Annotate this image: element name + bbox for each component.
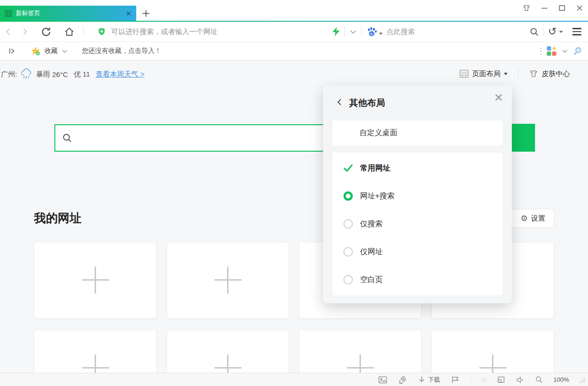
- plus-icon: [479, 354, 507, 373]
- weather-temperature: 26°C: [52, 70, 68, 78]
- custom-desktop-item[interactable]: 自定义桌面: [333, 120, 502, 146]
- rocket-icon[interactable]: [398, 375, 407, 385]
- sidebar-toggle-icon[interactable]: [8, 47, 16, 55]
- screenshot-image-icon[interactable]: [378, 376, 387, 384]
- toolbar-separator: [83, 26, 84, 37]
- skin-shirt-icon: [529, 69, 538, 78]
- resize-grip[interactable]: [579, 377, 585, 383]
- tab-grid-icon: [5, 10, 12, 17]
- find-skin-magnifier-icon[interactable]: [572, 46, 582, 56]
- download-button[interactable]: 下载: [418, 376, 440, 384]
- speaker-icon[interactable]: [516, 376, 525, 384]
- security-shield-icon[interactable]: [97, 27, 106, 36]
- undo-button[interactable]: ↺: [548, 26, 557, 37]
- undo-caret-icon[interactable]: [559, 31, 563, 33]
- bookmarks-empty-hint[interactable]: 您还没有收藏，点击导入！: [82, 47, 161, 55]
- zoom-magnifier-icon[interactable]: [535, 376, 543, 384]
- ie-compat-icon[interactable]: e: [481, 375, 486, 384]
- my-sites-title: 我的网址: [34, 210, 81, 226]
- popup-close-icon[interactable]: ✕: [494, 92, 503, 103]
- skin-center-label: 皮肤中心: [542, 69, 570, 78]
- lightning-icon[interactable]: [332, 27, 340, 36]
- address-bar[interactable]: 可以进行搜索，或者输入一个网址: [97, 22, 218, 42]
- layout-option-search-only[interactable]: 仅搜索: [333, 210, 502, 238]
- plus-icon: [214, 354, 242, 373]
- page-layout-label: 页面布局: [472, 69, 500, 78]
- download-label: 下载: [428, 376, 440, 384]
- add-site-tile[interactable]: [431, 330, 554, 373]
- window-split-icon[interactable]: [497, 376, 505, 384]
- add-site-tile[interactable]: [34, 242, 157, 318]
- page-layout-caret-icon: [504, 73, 508, 75]
- layout-options-list: 常用网址 网址+搜索 仅搜索 仅网址 空白页: [333, 153, 502, 295]
- popup-title: 其他布局: [349, 97, 385, 109]
- settings-button[interactable]: ⚙ 设置: [511, 209, 554, 228]
- new-tab-button[interactable]: [140, 8, 151, 19]
- address-placeholder: 可以进行搜索，或者输入一个网址: [111, 27, 218, 36]
- back-button[interactable]: [4, 27, 13, 36]
- radio-icon: [343, 274, 353, 285]
- menu-button[interactable]: [572, 28, 581, 35]
- weather-city: 广州:: [1, 70, 17, 79]
- popup-back-icon[interactable]: [335, 98, 344, 106]
- check-icon: [343, 163, 353, 173]
- layout-option-sites-only[interactable]: 仅网址: [333, 238, 502, 266]
- browser-window: 新标签页 ✕: [0, 0, 588, 386]
- close-button[interactable]: [576, 4, 583, 12]
- layout-option-sites-plus-search[interactable]: 网址+搜索: [333, 182, 502, 210]
- drag-dots-icon: [540, 48, 542, 55]
- gear-icon: ⚙: [520, 214, 527, 223]
- tab-title: 新标签页: [16, 9, 125, 17]
- favorites-chevron-icon[interactable]: [61, 48, 68, 54]
- home-button[interactable]: [64, 26, 75, 37]
- tab-new-tab-page[interactable]: 新标签页 ✕: [0, 6, 136, 21]
- custom-desktop-label: 自定义桌面: [360, 128, 397, 138]
- plus-icon: [214, 266, 242, 294]
- svg-text:du: du: [370, 32, 374, 35]
- add-site-tile[interactable]: [167, 330, 289, 373]
- theme-shirt-icon[interactable]: [522, 4, 531, 12]
- radio-icon: [343, 247, 353, 257]
- tab-strip: 新标签页 ✕: [0, 0, 588, 21]
- new-tab-page: 广州: 暴雨 26°C 优 11 查看本周天气 > 页面布局: [0, 60, 588, 373]
- plus-icon: [82, 266, 109, 294]
- layout-option-blank-page[interactable]: 空白页: [333, 266, 502, 294]
- search-box-magnifier-icon: [62, 133, 72, 143]
- rain-cloud-icon: [20, 69, 33, 80]
- bookmarks-bar: 收藏 您还没有收藏，点击导入！: [0, 42, 588, 60]
- layout-option-common-sites[interactable]: 常用网址: [333, 154, 502, 182]
- weather-condition: 暴雨: [36, 70, 50, 79]
- settings-label: 设置: [531, 214, 545, 223]
- tab-close-icon[interactable]: ✕: [125, 10, 132, 17]
- plus-icon: [82, 354, 109, 373]
- weather-forecast-link[interactable]: 查看本周天气 >: [96, 70, 144, 79]
- search-engine-hint[interactable]: 点此搜索: [386, 27, 415, 36]
- add-site-tile[interactable]: [167, 242, 289, 318]
- chevron-down-icon[interactable]: [349, 28, 357, 36]
- flag-icon[interactable]: [451, 376, 460, 384]
- page-layout-button[interactable]: 页面布局: [459, 69, 508, 78]
- radio-icon: [343, 219, 353, 229]
- search-engine-baidu-icon[interactable]: du: [366, 26, 377, 37]
- apps-chevron-icon[interactable]: [562, 48, 568, 54]
- favorites-label[interactable]: 收藏: [44, 47, 58, 55]
- plus-icon: [347, 354, 374, 373]
- apps-grid-icon[interactable]: [546, 45, 557, 57]
- page-search-icon[interactable]: [529, 27, 539, 37]
- add-site-tile[interactable]: [34, 330, 157, 373]
- download-arrow-icon: [418, 376, 426, 384]
- status-bar: 下载 e 100%: [0, 373, 588, 386]
- maximize-button[interactable]: [558, 4, 566, 12]
- skin-center-button[interactable]: 皮肤中心: [529, 69, 570, 78]
- forward-button[interactable]: [20, 27, 29, 36]
- favorites-star-icon: [30, 46, 41, 56]
- minimize-button[interactable]: [541, 4, 548, 12]
- refresh-button[interactable]: [41, 26, 52, 37]
- zoom-level[interactable]: 100%: [553, 376, 569, 383]
- add-site-tile[interactable]: [299, 330, 421, 373]
- engine-caret-icon[interactable]: [379, 33, 383, 35]
- window-controls: [522, 4, 583, 12]
- weather-widget: 广州: 暴雨 26°C 优 11 查看本周天气 >: [1, 69, 148, 80]
- statusbar-separator: [470, 376, 471, 384]
- weather-air-quality: 优 11: [74, 70, 90, 79]
